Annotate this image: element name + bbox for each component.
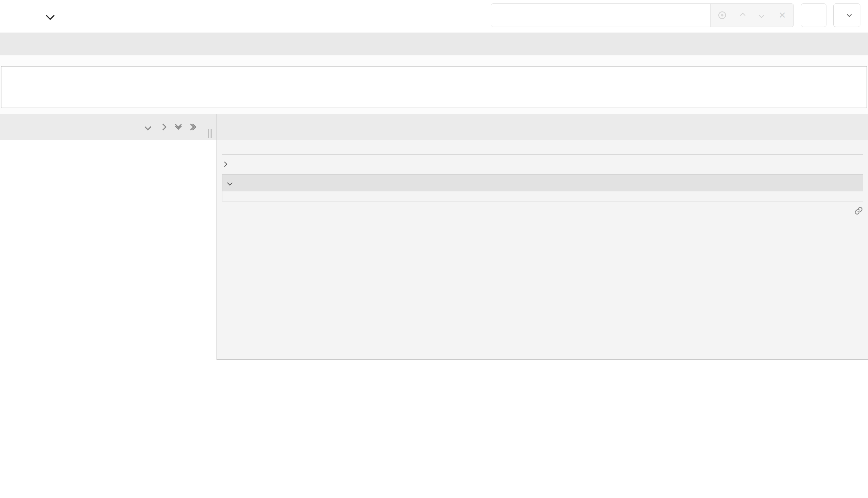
top-bar-actions: ✕ — [491, 3, 860, 27]
column-resize-handle[interactable] — [208, 129, 212, 138]
collapse-trace-header-icon[interactable] — [47, 12, 53, 20]
scope-to-match-icon[interactable] — [718, 11, 726, 19]
tree-controls — [145, 114, 195, 140]
span-detail-panel — [216, 140, 868, 360]
expand-all-icon[interactable] — [191, 125, 195, 129]
expand-one-icon[interactable] — [160, 124, 167, 130]
clear-find-icon[interactable]: ✕ — [779, 11, 786, 20]
timeline-ruler — [216, 114, 868, 140]
find-input[interactable] — [491, 4, 710, 27]
keyboard-shortcuts-button[interactable] — [801, 3, 826, 27]
logs-section — [222, 174, 863, 201]
columns-header — [0, 114, 868, 140]
logs-header[interactable] — [222, 175, 863, 191]
chevron-down-icon — [847, 12, 852, 17]
collapse-all-icon[interactable] — [176, 125, 181, 129]
trace-meta-bar — [0, 33, 868, 55]
service-operation-header — [0, 114, 216, 140]
trace-view-app: ✕ — [0, 0, 868, 498]
minimap-canvas[interactable] — [1, 66, 867, 108]
back-button[interactable] — [0, 0, 38, 33]
find-group: ✕ — [491, 3, 794, 27]
minimap-axis-labels — [0, 55, 868, 66]
span-rows — [0, 140, 868, 498]
timeline-minimap — [0, 55, 868, 114]
collapse-one-icon[interactable] — [144, 124, 151, 130]
deep-link-icon[interactable] — [854, 206, 863, 215]
chevron-right-icon — [222, 161, 228, 167]
chevron-down-icon — [227, 180, 233, 186]
prev-match-icon[interactable] — [740, 12, 746, 18]
span-id-row — [222, 206, 863, 215]
span-detail-indent — [0, 140, 216, 360]
divider — [222, 154, 863, 155]
logs-footnote — [222, 191, 863, 201]
trace-view-selector[interactable] — [833, 3, 860, 27]
find-tools: ✕ — [710, 4, 794, 27]
top-bar: ✕ — [0, 0, 868, 33]
span-detail-row — [0, 140, 868, 360]
tags-row[interactable] — [222, 160, 863, 170]
next-match-icon[interactable] — [759, 12, 764, 18]
